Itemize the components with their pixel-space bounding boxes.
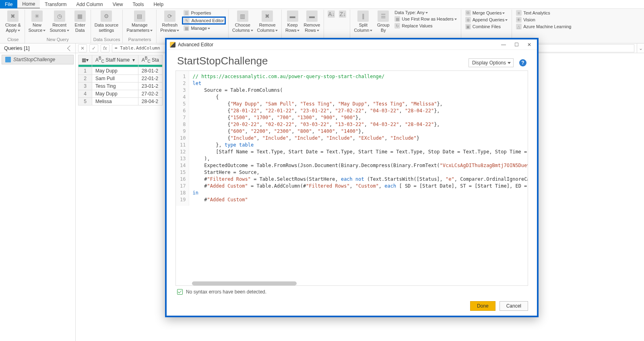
enter-data-icon: ▦ <box>74 10 86 22</box>
azure-ml-icon: △ <box>516 24 522 29</box>
line-gutter: 12345678910111213141516171819 <box>176 71 189 206</box>
new-source-icon: ✳ <box>31 10 43 22</box>
split-column-button[interactable]: ∥ Split Column <box>353 10 374 33</box>
refresh-icon: ⟳ <box>164 10 175 22</box>
data-source-settings-icon: ⚙ <box>101 10 112 22</box>
minimize-button[interactable]: — <box>499 41 508 48</box>
advanced-editor-icon: ✎ <box>184 18 190 23</box>
append-icon: ⊕ <box>465 17 471 23</box>
text-analytics-button[interactable]: ≡Text Analytics <box>514 10 573 16</box>
check-icon <box>177 289 183 295</box>
menu-transform[interactable]: Transform <box>40 0 71 8</box>
dialog-title: Advanced Editor <box>178 42 213 48</box>
remove-columns-icon: ✖ <box>262 10 273 22</box>
merge-icon: ⧉ <box>465 10 471 16</box>
menu-help[interactable]: Help <box>149 0 168 8</box>
headers-icon: ▦ <box>394 16 400 22</box>
manage-button[interactable]: ▦ Manage <box>182 25 226 31</box>
manage-parameters-icon: ▤ <box>134 10 145 22</box>
sort-asc-button[interactable]: A↓ <box>326 10 336 19</box>
formula-expand-button[interactable]: ⌄ <box>637 43 644 53</box>
table-icon <box>5 57 11 62</box>
maximize-button[interactable]: ☐ <box>512 41 521 48</box>
horizontal-scrollbar[interactable] <box>192 281 297 285</box>
sort-desc-icon: Z↓ <box>339 10 346 18</box>
menu-bar: File Home Transform Add Column View Tool… <box>0 0 644 9</box>
help-button[interactable]: ? <box>519 59 526 66</box>
manage-parameters-button[interactable]: ▤ Manage Parameters <box>125 10 154 33</box>
remove-rows-icon: ▬ <box>306 10 318 22</box>
data-source-settings-button[interactable]: ⚙ Data source settings <box>93 10 120 33</box>
sort-desc-button[interactable]: Z↓ <box>338 10 347 19</box>
manage-icon: ▦ <box>184 25 189 31</box>
combine-files-icon: ▣ <box>465 24 471 29</box>
vision-button[interactable]: 👁Vision <box>514 17 573 23</box>
advanced-editor-button[interactable]: ✎ Advanced Editor <box>182 17 226 25</box>
merge-queries-button[interactable]: ⧉Merge Queries <box>464 10 510 16</box>
ribbon-group-parameters: Parameters <box>125 37 154 42</box>
menu-view[interactable]: View <box>108 0 128 8</box>
close-apply-icon: ✖ <box>7 10 19 22</box>
choose-columns-icon: ▥ <box>237 10 248 22</box>
replace-icon: ↻ <box>394 23 400 29</box>
query-title: StartStopChallenge <box>177 55 268 67</box>
col-staff-name[interactable]: ABC Staff Name ▾ <box>92 55 138 65</box>
sort-asc-icon: A↓ <box>328 10 335 18</box>
table-row[interactable]: 5Melissa28-04-2 <box>78 98 163 105</box>
group-by-button[interactable]: ☰ Group By <box>375 10 391 33</box>
azure-ml-button[interactable]: △Azure Machine Learning <box>514 23 573 30</box>
split-column-icon: ∥ <box>357 10 369 22</box>
enter-data-button[interactable]: ▦ Enter Data <box>72 10 88 33</box>
append-queries-button[interactable]: ⊕Append Queries <box>464 17 510 23</box>
advanced-editor-dialog: Advanced Editor — ☐ ✕ StartStopChallenge… <box>165 38 539 317</box>
keep-rows-icon: ▬ <box>287 10 298 22</box>
recent-sources-button[interactable]: ◷ Recent Sources <box>48 10 70 33</box>
recent-sources-icon: ◷ <box>54 10 65 22</box>
properties-button[interactable]: ☰ Properties <box>182 10 226 16</box>
col-start-date[interactable]: ABC Sta <box>138 55 162 65</box>
queries-pane: StartStopChallenge <box>0 53 76 341</box>
replace-values-button[interactable]: ↻Replace Values <box>393 23 458 29</box>
code-editor[interactable]: 12345678910111213141516171819 // https:/… <box>176 71 528 285</box>
data-type-button[interactable]: Data Type: Any <box>393 10 458 15</box>
collapse-queries-icon[interactable] <box>67 45 73 51</box>
ribbon-group-newquery: New Query <box>27 37 88 42</box>
text-analytics-icon: ≡ <box>516 10 522 16</box>
table-row[interactable]: 2Sam Pull22-01-2 <box>78 75 163 83</box>
menu-home[interactable]: Home <box>17 0 40 8</box>
cancel-button[interactable]: Cancel <box>500 301 528 311</box>
syntax-status: No syntax errors have been detected. <box>167 286 537 298</box>
done-button[interactable]: Done <box>470 301 495 311</box>
close-dialog-button[interactable]: ✕ <box>525 41 534 48</box>
keep-rows-button[interactable]: ▬ Keep Rows <box>284 10 301 33</box>
display-options-dropdown[interactable]: Display Options <box>469 58 514 67</box>
new-source-button[interactable]: ✳ New Source <box>27 10 47 33</box>
menu-add-column[interactable]: Add Column <box>72 0 108 8</box>
formula-fx-button[interactable]: fx <box>101 44 109 52</box>
formula-cancel-button[interactable]: ✕ <box>78 44 87 52</box>
power-query-icon <box>170 42 175 48</box>
table-row[interactable]: 3Tess Ting23-01-2 <box>78 83 163 90</box>
vision-icon: 👁 <box>516 17 522 23</box>
menu-file[interactable]: File <box>0 0 17 8</box>
refresh-preview-button[interactable]: ⟳ Refresh Preview <box>159 10 180 33</box>
ribbon-group-close: Close <box>4 37 22 42</box>
formula-commit-button[interactable]: ✓ <box>89 44 98 52</box>
combine-files-button[interactable]: ▣Combine Files <box>464 23 510 30</box>
remove-columns-button[interactable]: ✖ Remove Columns <box>256 10 279 33</box>
choose-columns-button[interactable]: ▥ Choose Columns <box>231 10 254 33</box>
table-row[interactable]: 1May Dupp28-01-2 <box>78 67 163 75</box>
table-row[interactable]: 4May Dupp27-02-2 <box>78 90 163 98</box>
menu-tools[interactable]: Tools <box>128 0 149 8</box>
properties-icon: ☰ <box>184 10 189 16</box>
query-item-startstopchallenge[interactable]: StartStopChallenge <box>2 55 74 64</box>
group-by-icon: ☰ <box>378 10 389 22</box>
close-apply-button[interactable]: ✖ Close & Apply <box>4 10 22 33</box>
rownum-header[interactable]: ▦▾ <box>78 55 92 65</box>
ribbon-group-datasources: Data Sources <box>93 37 120 42</box>
remove-rows-button[interactable]: ▬ Remove Rows <box>302 10 321 33</box>
queries-pane-header[interactable]: Queries [1] <box>0 43 76 53</box>
use-first-row-headers-button[interactable]: ▦Use First Row as Headers <box>393 16 458 22</box>
